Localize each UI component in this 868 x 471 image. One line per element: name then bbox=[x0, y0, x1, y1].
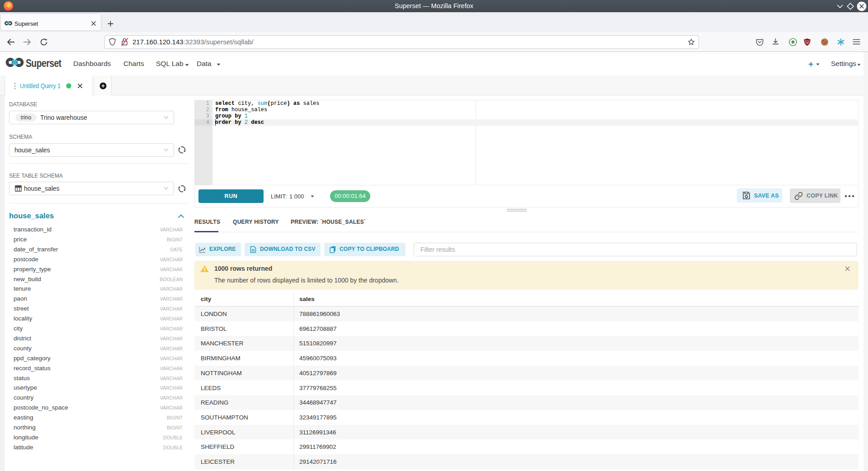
svg-text:uo: uo bbox=[806, 42, 809, 44]
